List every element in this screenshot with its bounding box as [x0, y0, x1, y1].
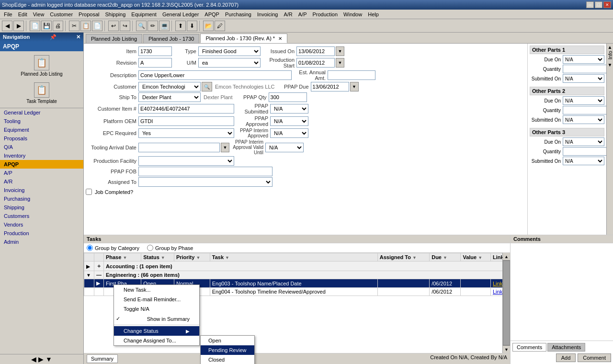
group-by-category-radio[interactable]	[87, 245, 93, 251]
accounting-expand-cell[interactable]: ▶	[84, 262, 94, 271]
toolbar-cut[interactable]: ✂	[69, 21, 79, 31]
toolbar-save[interactable]: 💾	[41, 21, 52, 31]
platform-oem-input[interactable]	[138, 116, 234, 126]
ppap-interim-valid-select[interactable]: N/A	[265, 143, 304, 152]
th-assigned-to[interactable]: Assigned To ▼	[377, 253, 429, 262]
other-parts-3-qty-input[interactable]	[563, 147, 613, 156]
sidebar-item-tooling[interactable]: Tooling	[0, 117, 83, 125]
toolbar-paste[interactable]: 📄	[92, 21, 102, 31]
ctx-change-assigned-to[interactable]: Change Assigned To...	[114, 336, 199, 345]
engineering-section-row[interactable]: ▼ — Engineering : (66 open items)	[84, 271, 510, 279]
sidebar-item-general-ledger[interactable]: General Ledger	[0, 108, 83, 117]
sidebar-item-apqp[interactable]: APQP	[0, 160, 83, 169]
menu-item-general-ledger[interactable]: General Ledger	[159, 11, 202, 18]
sidebar-down-icon[interactable]: ▼	[45, 355, 52, 363]
menu-item-production[interactable]: Production	[309, 11, 341, 18]
sidebar-item-shipping[interactable]: Shipping	[0, 203, 83, 212]
issued-on-input[interactable]	[296, 46, 335, 56]
comments-tab-comments[interactable]: Comments	[512, 343, 546, 352]
other-parts-1-due-select[interactable]: N/A	[563, 55, 604, 64]
epc-required-select[interactable]: Yes	[138, 128, 234, 138]
sidebar-item-production[interactable]: Production	[0, 229, 83, 238]
type-select[interactable]: Finished Good	[198, 46, 261, 56]
menu-item-ar[interactable]: A/R	[281, 11, 295, 18]
minimize-button[interactable]: ─	[586, 1, 594, 8]
ctx-new-task[interactable]: New Task...	[114, 285, 199, 295]
sidebar-item-invoicing[interactable]: Invoicing	[0, 186, 83, 194]
tooling-arrival-input[interactable]	[138, 143, 220, 152]
menu-item-invoicing[interactable]: Invoicing	[254, 11, 281, 18]
menu-item-equipment[interactable]: Equipment	[128, 11, 159, 18]
est-annual-input[interactable]	[328, 70, 375, 80]
ppap-interim-approved-select[interactable]: N/A	[270, 128, 308, 138]
other-parts-3-submitted-select[interactable]: N/A	[563, 157, 604, 165]
description-input[interactable]	[138, 70, 292, 80]
engineering-expand-icon[interactable]: ▼	[86, 273, 91, 278]
toolbar-redo[interactable]: ↪	[120, 21, 130, 31]
other-parts-3-due-select[interactable]: N/A	[563, 137, 604, 146]
th-task[interactable]: Task ▼	[210, 253, 377, 262]
sidebar-item-purchasing[interactable]: Purchasing	[0, 194, 83, 203]
sidebar-item-task-template[interactable]: 📋 Task Template	[2, 80, 81, 106]
issued-on-dropdown[interactable]: ▼	[336, 46, 344, 56]
toolbar-copy[interactable]: 📋	[80, 21, 91, 31]
sidebar-item-vendors[interactable]: Vendors	[0, 220, 83, 229]
toolbar-find[interactable]: 🔍	[136, 21, 147, 31]
production-facility-select[interactable]	[138, 156, 234, 166]
group-by-phase-radio[interactable]	[147, 245, 153, 251]
ppap-qty-input[interactable]	[269, 92, 307, 102]
group-by-category-label[interactable]: Group by Category	[87, 245, 139, 251]
customer-select[interactable]: Emcon Technologi	[138, 82, 201, 91]
menu-item-file[interactable]: File	[1, 11, 15, 18]
submenu-open[interactable]: Open	[201, 336, 254, 345]
toolbar-edit[interactable]: ✏	[148, 21, 158, 31]
other-parts-1-submitted-select[interactable]: N/A	[563, 74, 604, 83]
toolbar-open[interactable]: 📂	[203, 21, 214, 31]
sidebar-item-ar[interactable]: A/R	[0, 177, 83, 186]
sidebar-item-inventory[interactable]: Inventory	[0, 151, 83, 160]
ctx-change-status[interactable]: Change Status ▶	[114, 326, 199, 336]
add-comment-btn[interactable]: Add	[556, 353, 576, 362]
ppap-due-input[interactable]	[311, 82, 349, 91]
ppap-due-dropdown[interactable]: ▼	[350, 82, 359, 91]
sidebar-pin-icon[interactable]: 📌	[50, 34, 57, 40]
maximize-button[interactable]: □	[595, 1, 602, 8]
accounting-section-row[interactable]: ▶ ＋ Accounting : (1 open item)	[84, 262, 510, 271]
menu-item-view[interactable]: View	[30, 11, 47, 18]
sidebar-item-equipment[interactable]: Equipment	[0, 125, 83, 134]
production-start-dropdown[interactable]: ▼	[336, 58, 344, 68]
job-completed-checkbox[interactable]	[86, 189, 92, 195]
accounting-expand-icon[interactable]: ▶	[86, 264, 90, 269]
menu-item-shipping[interactable]: Shipping	[102, 11, 128, 18]
tab-planned-job-1730-rev-a[interactable]: Planned Job - 1730 (Rev. A) * ✕	[200, 34, 287, 43]
revision-input[interactable]	[138, 58, 172, 68]
sidebar-item-proposals[interactable]: Proposals	[0, 134, 83, 143]
scroll-up-btn[interactable]: ▲	[503, 253, 510, 261]
ship-to-select[interactable]: Dexter Plant	[138, 92, 201, 102]
engineering-expand-cell[interactable]: ▼	[84, 271, 94, 279]
toolbar-new[interactable]: 📄	[30, 21, 40, 31]
info-expand-bottom-icon[interactable]: ▼	[607, 61, 613, 68]
um-select[interactable]: ea	[198, 58, 261, 68]
production-start-input[interactable]	[296, 58, 335, 68]
toolbar-print[interactable]: 🖨	[53, 21, 63, 31]
th-due[interactable]: Due ▼	[430, 253, 461, 262]
menu-item-apqp[interactable]: APQP	[202, 11, 222, 18]
sidebar-item-planned-job-listing[interactable]: 📋 Planned Job Listing	[2, 53, 81, 79]
scroll-down-btn[interactable]: ▼	[503, 345, 510, 353]
ctx-toggle-na[interactable]: Toggle N/A	[114, 304, 199, 314]
sidebar-item-customers[interactable]: Customers	[0, 212, 83, 220]
scroll-thumb[interactable]	[503, 261, 510, 345]
ppap-submitted-select[interactable]: N/A	[270, 104, 308, 114]
menu-item-edit[interactable]: Edit	[15, 11, 30, 18]
sidebar-item-qa[interactable]: Q/A	[0, 143, 83, 151]
menu-item-help[interactable]: Help	[365, 11, 382, 18]
toolbar-computer[interactable]: 💻	[159, 21, 170, 31]
submenu-pending-review[interactable]: Pending Review	[201, 345, 254, 355]
tasks-summary-tab[interactable]: Summary	[87, 354, 118, 363]
sidebar-close-icon[interactable]: ✕	[76, 34, 80, 40]
info-expand-top-icon[interactable]: ▲	[607, 44, 613, 51]
comment-btn[interactable]: Comment	[578, 353, 611, 362]
th-priority[interactable]: Priority ▼	[174, 253, 210, 262]
ppap-approved-select[interactable]: N/A	[270, 116, 308, 126]
